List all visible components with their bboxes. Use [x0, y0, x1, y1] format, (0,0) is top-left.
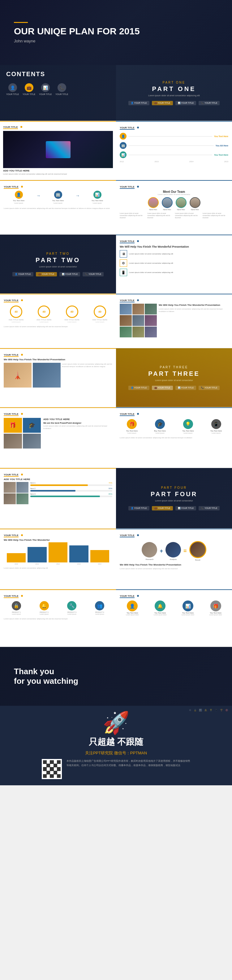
sp-4: [16, 493, 29, 504]
bubble-2: 🔔 You Text Here Lorem ipsum dolor: [149, 600, 171, 616]
part-one-icons: 👤 YOUR TITLE 💼 YOUR TITLE 📊 YOUR TITLE 📞…: [129, 101, 220, 105]
dot-6: [21, 299, 23, 301]
pct-title: YOUR TITLE: [4, 299, 19, 302]
flow-icon-3: 📊: [94, 191, 102, 199]
bar-blue-2: [69, 546, 88, 562]
eq-header: YOUR TITLE: [120, 532, 228, 537]
dot-7: [137, 299, 139, 301]
gifts-grid: 🎁 🎓: [4, 418, 41, 449]
bar-meta-3: Item 3 85%: [30, 493, 112, 495]
sp-3: [4, 493, 16, 504]
items-slide: YOUR TITLE 🎁 You Text Here Lorem ipsum 🎓…: [116, 407, 232, 468]
year-2: 2013: [155, 161, 159, 162]
chart-icon: 📊: [41, 83, 50, 92]
year-1: 2012: [120, 161, 124, 162]
icon-label-1: YOUR TITLE: [6, 93, 19, 95]
bar-col-5: 2014: [90, 550, 109, 565]
gift-cell-3: [4, 434, 22, 449]
product-4: 👥 PRODUCT 4 Lorem ipsum: [95, 601, 104, 615]
dot-12: [21, 534, 23, 536]
eiffel-icon: 🗼: [13, 371, 22, 380]
qr-c13: [50, 767, 54, 771]
qr-c6: [43, 764, 46, 767]
dot-11: [21, 474, 23, 476]
icon-box-2: ⚙ Lorem ipsum dolor sit amet consectetur…: [120, 259, 228, 267]
part-one-desc: Lorem ipsum dolor sit amet consectetur a…: [148, 94, 200, 97]
part-four-title: PART FOUR: [151, 491, 197, 498]
bars-slide: YOUR TITLE ADD YOU TITLE HERE Item 1 70%: [0, 468, 116, 528]
icon-boxes-list: 🖥 Lorem ipsum dolor sit amet consectetur…: [120, 250, 228, 276]
gifts-body: Lorem ipsum dolor sit amet consectetur a…: [43, 425, 112, 430]
tablet-glow: [46, 141, 70, 158]
qr-c18: [50, 771, 54, 775]
barchart-title: YOUR TITLE: [4, 534, 19, 537]
year-row: 2012 2013 2014 2015: [120, 161, 228, 162]
gifts-slide: YOUR TITLE 🎁 🎓 ADD YOU TITLE HERE We are…: [0, 407, 116, 468]
briefcase-icon: 💼: [25, 83, 33, 92]
flow-icon-2: 🏢: [54, 191, 62, 199]
p4-icon-3: 📊 YOUR TITLE: [175, 506, 196, 511]
photo-6: [145, 315, 157, 326]
pct-label-2: ADD TITLE HERE: [37, 319, 52, 321]
pct-circles: 40 ADD TITLE HERE Lorem ipsum 40 ADD TIT…: [4, 305, 112, 323]
bar-item-2: Item 2 55%: [30, 487, 112, 492]
flowchart-title: YOUR TITLE: [4, 185, 19, 189]
item-3: 💡 You Text Here Lorem ipsum: [182, 419, 194, 434]
team-desc-3: Lorem ipsum dolor sit amet consectetur a…: [175, 212, 201, 219]
barchart-body: Lorem ipsum dolor sit amet consectetur a…: [4, 567, 112, 569]
product-icon-3: 🔧: [67, 601, 76, 611]
item-label-2: Buy Text Here: [154, 430, 166, 432]
wonderful2-text: Lorem ipsum dolor sit amet consectetur a…: [62, 363, 112, 388]
box-icon-2: ⚙: [120, 259, 127, 267]
product-sub-3: Lorem ipsum: [67, 613, 76, 615]
avatar-1: [148, 197, 159, 208]
bubbles-slide: YOUR TITLE 👤 You Text Here Lorem ipsum d…: [116, 589, 232, 647]
flow-body: Lorem ipsum dolor sit amet consectetur a…: [4, 207, 112, 210]
eiffel-photo: 🗼: [4, 363, 32, 388]
barchart-head: We Will Help You Finish The Wonderful: [4, 539, 112, 541]
member-name-3: Name Here: [176, 208, 186, 210]
eq-circle-3: [189, 541, 206, 558]
pct-circle-2: 40: [38, 305, 50, 318]
flow-sub-2: Lorem ipsum: [43, 202, 73, 204]
qr-c24: [54, 775, 57, 778]
deco-1: ⚙: [188, 709, 192, 712]
promo-bottom: 本作品版权归上海锐普广告有限公司PPT研究院作者所有，购买时勿套用其他地方了其使…: [5, 759, 227, 779]
bar-meta-2: Item 2 55%: [30, 487, 112, 489]
pt2-icon-3: 📊 YOUR TITLE: [59, 272, 80, 277]
part-two-slide: PART TWO PART TWO Lorem ipsum dolor sit …: [0, 235, 116, 293]
person-icon: 👤: [8, 83, 17, 92]
bubble-icon-4: 🎁: [210, 600, 221, 611]
pct-item-3: 40 ADD TITLE HERE Lorem ipsum: [64, 305, 79, 323]
dot-9: [21, 413, 23, 415]
product-3: 🔧 PRODUCT 3 Lorem ipsum: [67, 601, 76, 615]
meet-team-section: Meet Our Team Lorem ipsum dolor sit amet…: [120, 190, 228, 195]
bubble-icon-3: 📊: [183, 600, 193, 611]
bar-val-2: 55%: [108, 487, 112, 489]
products-title: YOUR TITLE: [4, 595, 19, 598]
bar-chart: 2010 2011 2012 2013 2014: [4, 543, 112, 565]
equals-icon: =: [183, 548, 187, 554]
photo-text: We Will Help You Finish The Wonderful Pr…: [159, 304, 228, 337]
bar-track-3: [30, 496, 112, 497]
pt2-icon-2: 💼 YOUR TITLE: [36, 272, 57, 277]
row-title-dark-timeline: YOUR TITLE ADD YOU TITLE HERE Lorem ipsu…: [0, 121, 232, 180]
bar-fill-1: [30, 484, 88, 486]
thankyou-line1: Thank you: [14, 667, 54, 676]
pct-label-4: ADD TITLE HERE: [92, 319, 107, 321]
timeline-item-2: 🏢 You Alt Here: [120, 142, 228, 149]
deco-7: 🏆: [219, 709, 224, 712]
timeline-text-3: You Text Here: [214, 154, 228, 156]
item-sub-2: Lorem ipsum: [154, 432, 166, 434]
wonderful2-head: We Will Help You Finish The Wonderful Pr…: [4, 358, 112, 361]
bubble-icon-1: 👤: [127, 600, 138, 611]
qr-c20: [57, 771, 60, 775]
part-one-title: PART ONE: [152, 86, 196, 92]
bar-name-1: Item 1: [30, 482, 36, 484]
part-two-icons: 👤 YOUR TITLE 💼 YOUR TITLE 📊 YOUR TITLE 📞…: [13, 272, 104, 277]
timeline-line-1: [129, 136, 212, 137]
title-timeline-slide: YOUR TITLE 👤 You Text Here 🏢 You Alt Her…: [116, 121, 232, 180]
wonderful-title: We Will Help You Finish The Wonderful Pr…: [120, 245, 228, 248]
box-text-1: Lorem ipsum dolor sit amet consectetur a…: [129, 253, 173, 255]
bench-photo: [33, 363, 60, 388]
